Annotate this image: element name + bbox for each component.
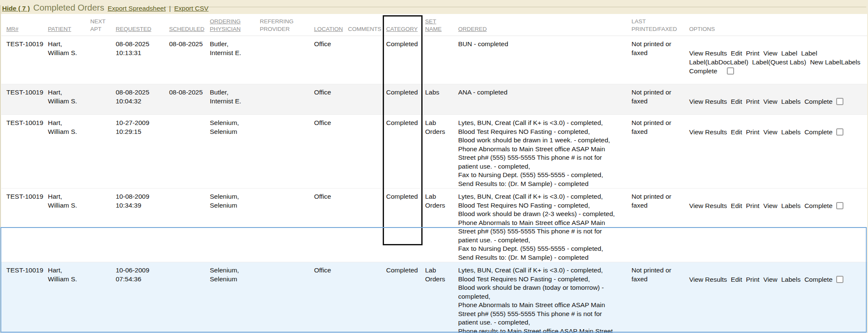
option-view[interactable]: View — [763, 97, 777, 106]
cell-comments — [348, 36, 384, 84]
option-view-results[interactable]: View Results — [689, 49, 727, 58]
option-labels[interactable]: Labels — [841, 58, 860, 67]
cell-set-name: Lab Orders — [422, 115, 455, 189]
cell-ordered: ANA - completed — [455, 84, 629, 115]
option-print[interactable]: Print — [746, 128, 760, 136]
complete-checkbox[interactable] — [836, 128, 843, 136]
col-header-requested[interactable]: REQUESTED — [116, 14, 169, 36]
option-complete[interactable]: Complete — [689, 67, 717, 75]
option-view[interactable]: View — [763, 49, 777, 58]
cell-referring-provider — [260, 36, 314, 84]
export-csv-link[interactable]: Export CSV — [174, 5, 209, 12]
cell-next-apt — [90, 115, 116, 189]
export-spreadsheet-link[interactable]: Export Spreadsheet — [108, 5, 166, 12]
cell-next-apt — [90, 189, 116, 262]
option-view[interactable]: View — [763, 275, 777, 284]
cell-comments — [348, 115, 384, 189]
option-edit[interactable]: Edit — [731, 275, 742, 284]
cell-category: Completed — [384, 189, 422, 262]
option-label-labdoclabel[interactable]: Label(LabDocLabel) — [689, 58, 748, 67]
option-complete[interactable]: Complete — [804, 97, 832, 106]
cell-patient: Hart, William S. — [48, 189, 90, 262]
option-edit[interactable]: Edit — [731, 201, 742, 210]
table-row[interactable]: TEST-10019 Hart, William S. 10-08-2009 1… — [1, 189, 867, 262]
option-labels[interactable]: Labels — [781, 201, 801, 210]
cell-ordering-physician: Butler, Internist E. — [210, 84, 260, 115]
cell-ordered: Lytes, BUN, Creat (Call if K+ is <3.0) -… — [455, 115, 629, 189]
option-labels[interactable]: Labels — [781, 275, 801, 284]
row-options: View Results Edit Print View Labels Comp… — [689, 128, 865, 136]
option-view[interactable]: View — [763, 201, 777, 210]
complete-checkbox[interactable] — [836, 98, 843, 105]
option-print[interactable]: Print — [746, 201, 760, 210]
cell-mr: TEST-10019 — [1, 262, 48, 333]
option-print[interactable]: Print — [746, 275, 760, 284]
option-view-results[interactable]: View Results — [689, 128, 727, 136]
option-edit[interactable]: Edit — [731, 97, 742, 106]
option-labels[interactable]: Labels — [781, 97, 801, 106]
col-header-last-printed-faxed: LAST PRINTED/FAXED — [629, 14, 686, 36]
cell-requested: 10-08-2009 10:34:39 — [116, 189, 169, 262]
col-header-set-name[interactable]: SET NAME — [422, 14, 455, 36]
cell-last-printed-faxed: Not printed or faxed — [629, 84, 686, 115]
complete-checkbox[interactable] — [836, 276, 843, 283]
option-labels[interactable]: Labels — [781, 128, 801, 136]
complete-checkbox[interactable] — [727, 67, 734, 75]
col-header-location[interactable]: LOCATION — [314, 14, 348, 36]
cell-requested: 08-08-2025 10:13:31 — [116, 36, 169, 84]
page-title: Completed Orders — [33, 3, 104, 13]
cell-next-apt — [90, 84, 116, 115]
option-view-results[interactable]: View Results — [689, 275, 727, 284]
option-edit[interactable]: Edit — [731, 49, 742, 58]
option-label-quest-labs[interactable]: Label(Quest Labs) — [752, 58, 807, 67]
legend-separator: | — [169, 5, 171, 12]
cell-set-name: Labs — [422, 84, 455, 115]
cell-category: Completed — [384, 36, 422, 84]
col-header-ordering-physician[interactable]: ORDERING PHYSICIAN — [210, 14, 260, 36]
option-edit[interactable]: Edit — [731, 128, 742, 136]
table-row-selected[interactable]: TEST-10019 Hart, William S. 10-06-2009 0… — [1, 262, 867, 333]
option-complete[interactable]: Complete — [804, 275, 832, 284]
col-header-patient[interactable]: PATIENT — [48, 14, 90, 36]
col-header-comments: COMMENTS — [348, 14, 384, 36]
cell-location: Office — [314, 115, 348, 189]
complete-checkbox[interactable] — [836, 202, 843, 209]
cell-last-printed-faxed: Not printed or faxed — [629, 36, 686, 84]
option-print[interactable]: Print — [746, 49, 760, 58]
option-label-2[interactable]: Label — [801, 49, 817, 58]
col-header-scheduled[interactable]: SCHEDULED — [169, 14, 210, 36]
cell-last-printed-faxed: Not printed or faxed — [629, 115, 686, 189]
table-row[interactable]: TEST-10019 Hart, William S. 08-08-2025 1… — [1, 84, 867, 115]
cell-requested: 08-08-2025 10:04:32 — [116, 84, 169, 115]
cell-ordered: Lytes, BUN, Creat (Call if K+ is <3.0) -… — [455, 262, 629, 333]
cell-referring-provider — [260, 189, 314, 262]
col-header-category[interactable]: CATEGORY — [384, 14, 422, 36]
cell-ordering-physician: Selenium, Selenium — [210, 189, 260, 262]
cell-comments — [348, 262, 384, 333]
cell-referring-provider — [260, 115, 314, 189]
panel-legend: Hide ( 7 ) Completed Orders Export Sprea… — [2, 0, 209, 14]
table-row[interactable]: TEST-10019 Hart, William S. 10-27-2009 1… — [1, 115, 867, 189]
cell-comments — [348, 189, 384, 262]
option-new-label[interactable]: New Label — [810, 58, 841, 67]
col-header-mr[interactable]: MR# — [1, 14, 48, 36]
option-view-results[interactable]: View Results — [689, 97, 727, 106]
table-row[interactable]: TEST-10019 Hart, William S. 08-08-2025 1… — [1, 36, 867, 84]
option-complete[interactable]: Complete — [804, 128, 832, 136]
col-header-options: OPTIONS — [686, 14, 867, 36]
hide-link[interactable]: Hide ( 7 ) — [2, 5, 30, 12]
option-label-1[interactable]: Label — [781, 49, 797, 58]
cell-options: View Results Edit Print View Labels Comp… — [686, 262, 867, 333]
panel-top-border — [164, 7, 866, 7]
option-view[interactable]: View — [763, 128, 777, 136]
cell-referring-provider — [260, 262, 314, 333]
cell-mr: TEST-10019 — [1, 189, 48, 262]
cell-last-printed-faxed: Not printed or faxed — [629, 189, 686, 262]
option-print[interactable]: Print — [746, 97, 760, 106]
cell-mr: TEST-10019 — [1, 36, 48, 84]
option-complete[interactable]: Complete — [804, 201, 832, 210]
col-header-ordered[interactable]: ORDERED — [455, 14, 629, 36]
cell-mr: TEST-10019 — [1, 84, 48, 115]
row-options: View Results Edit Print View Labels Comp… — [689, 275, 865, 284]
option-view-results[interactable]: View Results — [689, 201, 727, 210]
